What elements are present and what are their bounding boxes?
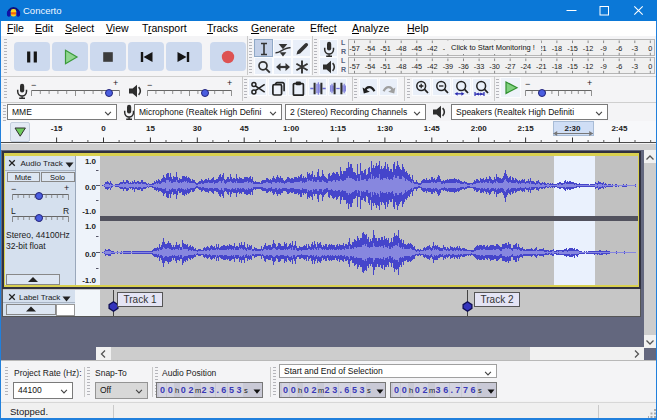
svg-text:-51: -51 [380,62,391,71]
svg-text:-33: -33 [474,62,485,71]
svg-text:-54: -54 [365,44,376,53]
svg-text:-15: -15 [567,44,578,53]
svg-text:-6: -6 [616,62,623,71]
svg-text:-18: -18 [552,44,563,53]
svg-text:-42: -42 [427,62,438,71]
svg-text:2:15: 2:15 [518,124,535,133]
svg-text:1:15: 1:15 [330,124,347,133]
svg-text:-45: -45 [412,62,423,71]
svg-text:-12: -12 [583,44,594,53]
svg-text:1:45: 1:45 [424,124,441,133]
svg-text:0: 0 [101,124,106,133]
svg-text:-24: -24 [521,62,532,71]
svg-text:-15: -15 [567,62,578,71]
svg-text:-48: -48 [396,62,407,71]
svg-text:-42: -42 [427,44,438,53]
svg-text:45: 45 [240,124,249,133]
svg-text:-27: -27 [505,62,516,71]
svg-text:-21: -21 [536,62,547,71]
svg-text:15: 15 [146,124,155,133]
svg-text:-48: -48 [396,44,407,53]
svg-text:-36: -36 [458,62,469,71]
svg-text:2:00: 2:00 [471,124,488,133]
svg-text:-3: -3 [632,44,639,53]
svg-text:1:00: 1:00 [283,124,300,133]
svg-text:-45: -45 [412,44,423,53]
svg-text:-30: -30 [489,62,500,71]
svg-text:-15: -15 [51,124,63,133]
svg-text:-18: -18 [552,62,563,71]
svg-text:-39: -39 [443,62,454,71]
svg-text:-57: -57 [349,44,360,53]
svg-text:-9: -9 [600,62,607,71]
svg-text:0: 0 [648,62,652,71]
svg-text:-51: -51 [380,44,391,53]
svg-text:-12: -12 [583,62,594,71]
svg-text:-9: -9 [600,44,607,53]
svg-text:2:30: 2:30 [564,124,581,133]
svg-text:1:30: 1:30 [377,124,394,133]
svg-text:0: 0 [648,44,652,53]
svg-text:30: 30 [193,124,202,133]
svg-text:-57: -57 [349,62,360,71]
svg-text:-54: -54 [365,62,376,71]
svg-text:2:45: 2:45 [611,124,628,133]
svg-text:-6: -6 [616,44,623,53]
svg-text:-3: -3 [632,62,639,71]
